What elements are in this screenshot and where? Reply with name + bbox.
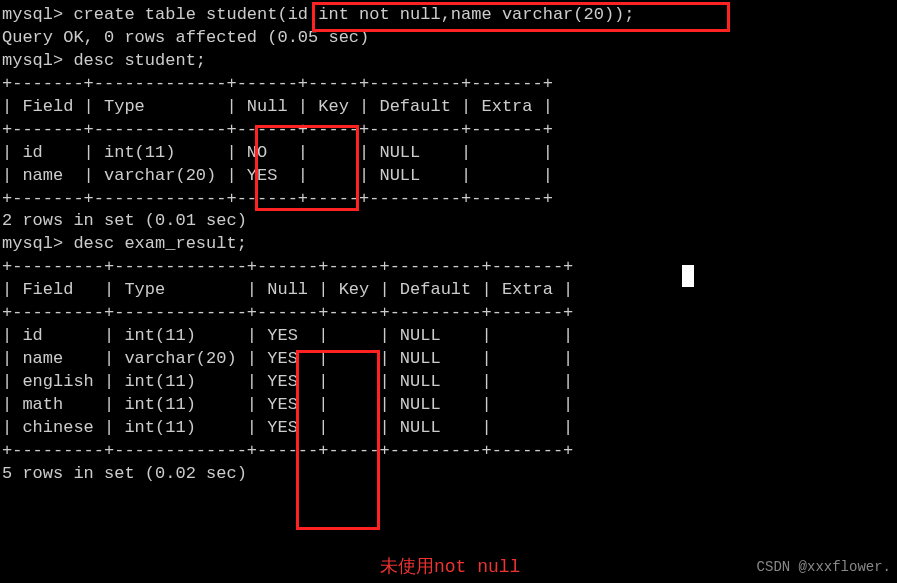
annotation-text: 未使用not null [380,555,520,579]
table-border: +---------+-------------+------+-----+--… [2,440,895,463]
table-row-english: | english | int(11) | YES | | NULL | | [2,371,895,394]
table-header-exam: | Field | Type | Null | Key | Default | … [2,279,895,302]
table-header-student: | Field | Type | Null | Key | Default | … [2,96,895,119]
rows-summary-exam: 5 rows in set (0.02 sec) [2,463,895,486]
table-border: +-------+-------------+------+-----+----… [2,73,895,96]
table-border: +---------+-------------+------+-----+--… [2,256,895,279]
command-line-desc-student: mysql> desc student; [2,50,895,73]
table-row-name: | name | varchar(20) | YES | | NULL | | [2,348,895,371]
table-border: +-------+-------------+------+-----+----… [2,119,895,142]
cursor-icon [682,265,694,287]
command-line-desc-exam: mysql> desc exam_result; [2,233,895,256]
table-row-id: | id | int(11) | YES | | NULL | | [2,325,895,348]
table-row-id: | id | int(11) | NO | | NULL | | [2,142,895,165]
table-border: +---------+-------------+------+-----+--… [2,302,895,325]
query-ok-result: Query OK, 0 rows affected (0.05 sec) [2,27,895,50]
table-row-math: | math | int(11) | YES | | NULL | | [2,394,895,417]
table-border: +-------+-------------+------+-----+----… [2,188,895,211]
command-line-create: mysql> create table student(id int not n… [2,4,895,27]
table-row-name: | name | varchar(20) | YES | | NULL | | [2,165,895,188]
table-row-chinese: | chinese | int(11) | YES | | NULL | | [2,417,895,440]
watermark-text: CSDN @xxxflower. [757,558,891,577]
terminal-output[interactable]: mysql> create table student(id int not n… [2,4,895,486]
rows-summary-student: 2 rows in set (0.01 sec) [2,210,895,233]
